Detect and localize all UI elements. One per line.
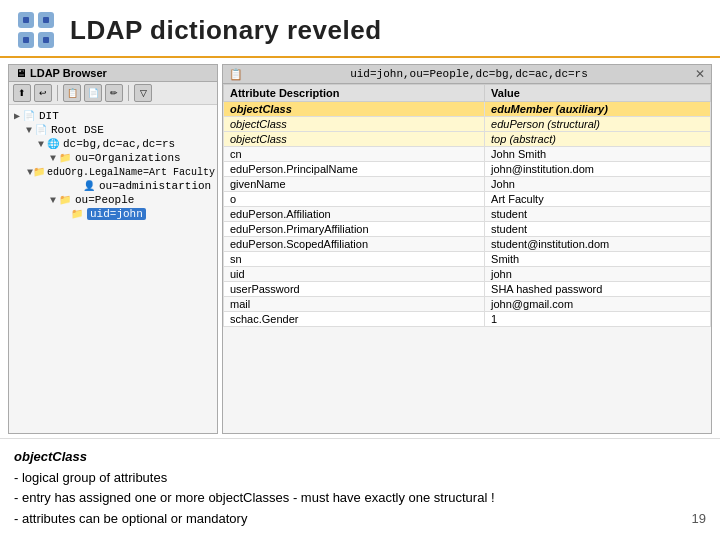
bottom-lines: - logical group of attributes - entry ha…	[14, 468, 495, 530]
bottom-row: objectClass - logical group of attribute…	[14, 447, 706, 530]
ldap-browser-panel: 🖥 LDAP Browser ⬆ ↩ 📋 📄 ✏ ▽ ▶ 📄 DIT	[8, 64, 218, 434]
col-header-attr: Attribute Description	[224, 85, 485, 102]
value-cell: SHA hashed password	[485, 282, 711, 297]
toolbar-btn-6[interactable]: ▽	[134, 84, 152, 102]
value-cell: John Smith	[485, 147, 711, 162]
table-row[interactable]: eduPerson.ScopedAffiliationstudent@insti…	[224, 237, 711, 252]
value-cell: john@gmail.com	[485, 297, 711, 312]
table-row[interactable]: mailjohn@gmail.com	[224, 297, 711, 312]
entry-table: Attribute Description Value objectClasse…	[223, 84, 711, 433]
tree-toggle: ▶	[11, 110, 23, 122]
close-icon[interactable]: ✕	[695, 67, 705, 81]
page-title: LDAP dictionary reveled	[70, 15, 382, 46]
value-cell: 1	[485, 312, 711, 327]
page-number: 19	[692, 509, 706, 530]
tree-node-uid-john[interactable]: 📁 uid=john	[11, 207, 215, 221]
table-row[interactable]: objectClasseduMember (auxiliary)	[224, 102, 711, 117]
value-cell: eduPerson (structural)	[485, 117, 711, 132]
attr-cell: cn	[224, 147, 485, 162]
bottom-line: - entry has assigned one or more objectC…	[14, 488, 495, 509]
bottom-line: - logical group of attributes	[14, 468, 495, 489]
value-cell: student	[485, 207, 711, 222]
toolbar-btn-3[interactable]: 📋	[63, 84, 81, 102]
value-cell: Smith	[485, 252, 711, 267]
tree-node-admin[interactable]: 👤 ou=administartion	[11, 179, 215, 193]
table-row[interactable]: oArt Faculty	[224, 192, 711, 207]
attr-cell: eduPerson.PrincipalName	[224, 162, 485, 177]
tree-label: eduOrg.LegalName=Art Faculty	[47, 167, 215, 178]
svg-rect-6	[23, 37, 29, 43]
browser-area: 🖥 LDAP Browser ⬆ ↩ 📋 📄 ✏ ▽ ▶ 📄 DIT	[0, 58, 720, 438]
table-row[interactable]: givenNameJohn	[224, 177, 711, 192]
panel-toolbar: ⬆ ↩ 📋 📄 ✏ ▽	[9, 82, 217, 105]
attr-cell: objectClass	[224, 117, 485, 132]
toolbar-btn-1[interactable]: ⬆	[13, 84, 31, 102]
table-row[interactable]: uidjohn	[224, 267, 711, 282]
value-cell: student	[485, 222, 711, 237]
table-row[interactable]: eduPerson.PrincipalNamejohn@institution.…	[224, 162, 711, 177]
svg-rect-4	[23, 17, 29, 23]
attr-cell: sn	[224, 252, 485, 267]
panel-icon: 🖥	[15, 67, 26, 79]
attr-cell: userPassword	[224, 282, 485, 297]
table-row[interactable]: userPasswordSHA hashed password	[224, 282, 711, 297]
tree-label: ou=Organizations	[75, 152, 181, 164]
value-cell: eduMember (auxiliary)	[485, 102, 711, 117]
tree-toggle: ▼	[23, 125, 35, 136]
panel-title: LDAP Browser	[30, 67, 107, 79]
value-cell: John	[485, 177, 711, 192]
toolbar-separator-2	[128, 85, 129, 101]
logo-icon	[16, 10, 56, 50]
tree-node-dit[interactable]: ▶ 📄 DIT	[11, 109, 215, 123]
header: LDAP dictionary reveled	[0, 0, 720, 58]
bottom-title: objectClass	[14, 447, 495, 468]
attr-cell: eduPerson.ScopedAffiliation	[224, 237, 485, 252]
attr-cell: eduPerson.PrimaryAffiliation	[224, 222, 485, 237]
tree-icon-folder: 📁	[71, 208, 85, 220]
tree-icon-folder: 📁	[33, 166, 45, 178]
attr-cell: objectClass	[224, 132, 485, 147]
tree-label: DIT	[39, 110, 59, 122]
tree-icon-folder: 📁	[59, 194, 73, 206]
table-row[interactable]: eduPerson.PrimaryAffiliationstudent	[224, 222, 711, 237]
attr-cell: o	[224, 192, 485, 207]
tree-node-people[interactable]: ▼ 📁 ou=People	[11, 193, 215, 207]
table-row[interactable]: snSmith	[224, 252, 711, 267]
tree-label: Root DSE	[51, 124, 104, 136]
table-row[interactable]: cnJohn Smith	[224, 147, 711, 162]
panel-titlebar: 🖥 LDAP Browser	[9, 65, 217, 82]
tree-node-dc[interactable]: ▼ 🌐 dc=bg,dc=ac,dc=rs	[11, 137, 215, 151]
main-content: 🖥 LDAP Browser ⬆ ↩ 📋 📄 ✏ ▽ ▶ 📄 DIT	[0, 58, 720, 538]
attr-cell: schac.Gender	[224, 312, 485, 327]
value-cell: Art Faculty	[485, 192, 711, 207]
value-cell: top (abstract)	[485, 132, 711, 147]
attr-cell: eduPerson.Affiliation	[224, 207, 485, 222]
table-row[interactable]: schac.Gender1	[224, 312, 711, 327]
toolbar-separator	[57, 85, 58, 101]
attr-cell: mail	[224, 297, 485, 312]
svg-rect-7	[43, 37, 49, 43]
table-row[interactable]: eduPerson.Affiliationstudent	[224, 207, 711, 222]
tree-node-organizations[interactable]: ▼ 📁 ou=Organizations	[11, 151, 215, 165]
value-cell: john	[485, 267, 711, 282]
table-row[interactable]: objectClasseduPerson (structural)	[224, 117, 711, 132]
tree-label-selected: uid=john	[87, 208, 146, 220]
toolbar-btn-5[interactable]: ✏	[105, 84, 123, 102]
tree-area: ▶ 📄 DIT ▼ 📄 Root DSE ▼ 🌐 dc=bg,dc=ac,dc=…	[9, 105, 217, 433]
table-row[interactable]: objectClasstop (abstract)	[224, 132, 711, 147]
tree-toggle: ▼	[47, 153, 59, 164]
tree-toggle: ▼	[35, 139, 47, 150]
tree-icon-doc: 📄	[23, 110, 37, 122]
tree-node-eduorg[interactable]: ▼ 📁 eduOrg.LegalName=Art Faculty	[11, 165, 215, 179]
col-header-val: Value	[485, 85, 711, 102]
toolbar-btn-4[interactable]: 📄	[84, 84, 102, 102]
svg-rect-5	[43, 17, 49, 23]
tree-node-rootdse[interactable]: ▼ 📄 Root DSE	[11, 123, 215, 137]
tree-icon-person: 👤	[83, 180, 97, 192]
entry-panel: 📋 uid=john,ou=People,dc=bg,dc=ac,dc=rs ✕…	[222, 64, 712, 434]
tree-label: ou=administartion	[99, 180, 211, 192]
attr-cell: uid	[224, 267, 485, 282]
toolbar-btn-2[interactable]: ↩	[34, 84, 52, 102]
tree-label: ou=People	[75, 194, 134, 206]
attr-cell: objectClass	[224, 102, 485, 117]
